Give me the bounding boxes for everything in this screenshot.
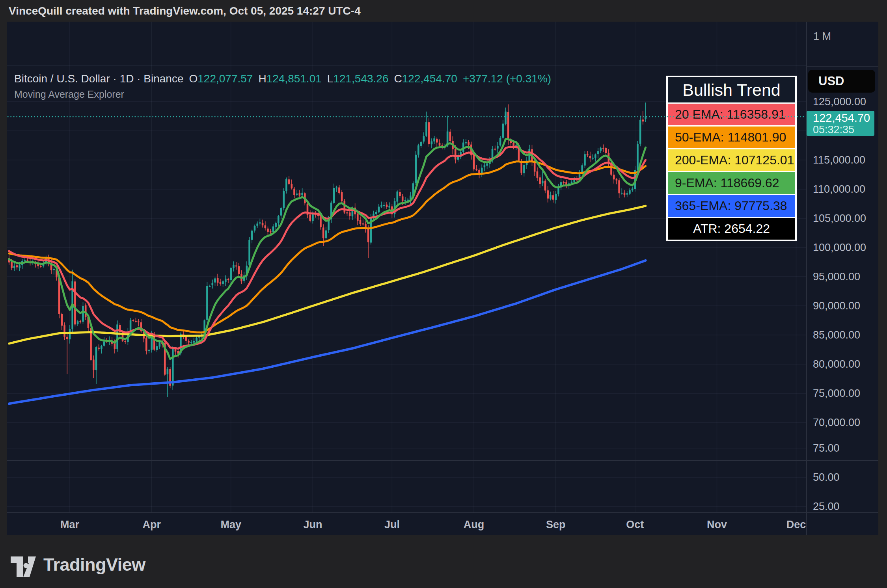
candle-body (291, 184, 293, 188)
candle-body (499, 138, 501, 145)
low-value: 121,543.26 (333, 73, 388, 85)
time-axis-label-jun: Jun (303, 519, 322, 531)
candle-body (280, 208, 282, 215)
candle-body (557, 188, 559, 194)
close-label: C (394, 73, 402, 85)
price-axis-label: 75,000.00 (813, 387, 860, 400)
ema-legend-row: 50-EMA: 114801.90 (668, 127, 795, 148)
candle-body (563, 182, 565, 183)
attribution-text: VinceQuill created with TradingView.com,… (9, 0, 361, 22)
time-axis[interactable]: MarAprMayJunJulAugSepOctNovDec (7, 513, 806, 535)
candle-body (101, 346, 102, 349)
candle-body (114, 343, 116, 349)
candle-body (346, 212, 348, 214)
candle-body (486, 164, 488, 166)
candle-body (66, 337, 68, 339)
last-price-badge: 122,454.70 05:32:35 (807, 111, 874, 136)
candle-body (468, 142, 470, 145)
ema-legend-row: 9-EMA: 118669.62 (668, 172, 795, 194)
candle-body (85, 305, 87, 317)
candle-body (539, 177, 541, 184)
candle-body (550, 195, 552, 199)
candle-body (267, 229, 269, 232)
candle-body (74, 281, 76, 324)
candle-body (476, 169, 478, 170)
candle-body (325, 231, 327, 238)
ema-200-line (9, 206, 646, 344)
low-label: L (327, 73, 334, 85)
candle-body (13, 266, 15, 268)
candle-body (431, 141, 433, 144)
candle-body (98, 348, 100, 349)
price-axis-label: 100,000.00 (813, 242, 866, 254)
price-axis-label: 125,000.00 (813, 96, 866, 108)
candle-body (124, 341, 126, 342)
price-axis[interactable]: 1 M USD 122,454.70 05:32:35 125,000.0011… (806, 22, 878, 535)
candle-body (626, 193, 628, 194)
candle-body (335, 188, 337, 189)
candle-body (227, 279, 229, 280)
candle-body (193, 341, 195, 343)
price-axis-label: 115,000.00 (813, 154, 865, 166)
candle-body (423, 136, 425, 141)
candle-body (338, 188, 340, 193)
candle-body (159, 342, 161, 347)
candle-body (82, 306, 84, 322)
tradingview-logo-text: TradingView (43, 555, 145, 575)
currency-toggle-button[interactable]: USD (808, 70, 875, 93)
candle-body (188, 341, 190, 342)
candle-body (494, 149, 496, 150)
candle-body (19, 265, 20, 268)
candle-body (433, 138, 435, 141)
time-axis-label-jul: Jul (384, 519, 400, 531)
candle-body (621, 193, 623, 194)
candle-body (24, 260, 26, 261)
candle-body (77, 321, 79, 324)
candle-body (457, 157, 459, 160)
candle-body (544, 181, 546, 191)
candle-body (455, 149, 457, 159)
candle-body (172, 349, 174, 386)
candle-body (185, 337, 187, 341)
change-value: +377.12 (+0.31%) (463, 73, 551, 85)
candle-body (206, 286, 208, 320)
candle-body (301, 193, 303, 195)
candle-body (589, 156, 591, 158)
candle-body (40, 266, 42, 267)
candle-body (248, 240, 250, 265)
time-axis-label-nov: Nov (707, 519, 727, 531)
pane-separator[interactable] (7, 460, 878, 461)
trend-legend-panel: Bullish Trend 20 EMA: 116358.9150-EMA: 1… (666, 76, 797, 241)
candle-body (465, 142, 467, 143)
candle-body (212, 283, 214, 285)
time-axis-label-dec: Dec (786, 519, 806, 531)
candle-body (190, 342, 192, 343)
candle-body (251, 231, 253, 240)
candle-body (256, 223, 258, 225)
candle-body (439, 143, 441, 145)
trend-status-label: Bullish Trend (668, 77, 795, 102)
candle-body (367, 229, 369, 242)
candle-body (148, 350, 150, 351)
candle-body (386, 205, 388, 207)
chart-widget[interactable]: Bitcoin / U.S. Dollar · 1D · Binance O12… (7, 22, 878, 535)
candle-body (613, 175, 615, 179)
candle-body (278, 216, 280, 223)
candle-body (293, 189, 295, 195)
candle-body (417, 145, 419, 155)
candle-body (270, 231, 272, 233)
tradingview-watermark[interactable]: TradingView (11, 553, 145, 577)
candle-body (597, 151, 599, 154)
candle-body (449, 132, 451, 141)
candle-body (156, 346, 158, 350)
candle-body (587, 154, 589, 156)
candle-body (507, 112, 509, 140)
candle-body (262, 223, 264, 225)
candle-body (95, 347, 97, 370)
candle-body (425, 122, 427, 136)
candle-body (542, 181, 544, 183)
candle-body (265, 225, 266, 228)
interval-badge: 1 M (813, 30, 831, 43)
candle-body (103, 341, 105, 346)
ema-legend-row: 200-EMA: 107125.01 (668, 149, 795, 171)
